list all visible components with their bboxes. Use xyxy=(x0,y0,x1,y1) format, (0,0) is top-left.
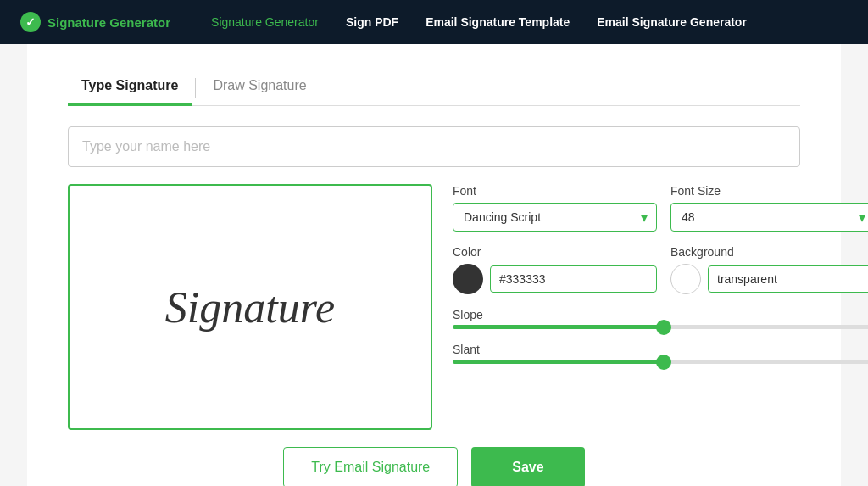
slope-group: Slope 0 xyxy=(453,308,868,329)
nav-link-sign-pdf[interactable]: Sign PDF xyxy=(346,15,398,29)
background-group: Background xyxy=(670,245,868,294)
background-text-input[interactable] xyxy=(708,265,868,293)
font-size-group: Font Size 24 32 40 48 56 64 ▾ xyxy=(670,184,868,232)
font-size-label: Font Size xyxy=(670,184,868,198)
color-input-row xyxy=(453,264,657,294)
color-text-input[interactable] xyxy=(490,265,657,293)
font-select[interactable]: Dancing Script Pacifico Great Vibes Sacr… xyxy=(453,204,656,231)
try-email-button[interactable]: Try Email Signature xyxy=(283,447,458,486)
buttons-row: Try Email Signature Save xyxy=(68,447,800,486)
font-group: Font Dancing Script Pacifico Great Vibes… xyxy=(453,184,657,232)
background-swatch[interactable] xyxy=(670,264,701,294)
slant-slider[interactable] xyxy=(453,360,868,364)
tab-draw-signature[interactable]: Draw Signature xyxy=(199,71,320,106)
controls-panel: Font Dancing Script Pacifico Great Vibes… xyxy=(453,184,868,430)
tab-type-signature[interactable]: Type Signature xyxy=(68,71,192,106)
color-swatch[interactable] xyxy=(453,264,483,294)
tab-bar: Type Signature Draw Signature xyxy=(68,71,800,106)
logo-icon: ✓ xyxy=(20,12,41,32)
content-area: Signature Font Dancing Script Pacifico G… xyxy=(68,184,800,430)
slope-slider[interactable] xyxy=(453,325,868,329)
navbar: ✓ Signature Generator Signature Generato… xyxy=(0,0,868,44)
font-select-wrapper: Dancing Script Pacifico Great Vibes Sacr… xyxy=(453,203,657,232)
logo-text: Signature Generator xyxy=(47,15,170,30)
save-button[interactable]: Save xyxy=(471,447,584,486)
nav-link-email-template[interactable]: Email Signature Template xyxy=(426,15,570,29)
font-size-select[interactable]: 24 32 40 48 56 64 xyxy=(671,204,868,231)
font-row: Font Dancing Script Pacifico Great Vibes… xyxy=(453,184,868,232)
color-label: Color xyxy=(453,245,657,259)
color-group: Color xyxy=(453,245,657,294)
background-input-row xyxy=(670,264,868,294)
main-content: Type Signature Draw Signature Signature … xyxy=(27,44,841,486)
nav-link-signature-generator[interactable]: Signature Generator xyxy=(211,15,319,29)
color-row: Color Background xyxy=(453,245,868,294)
signature-text: Signature xyxy=(165,282,335,332)
font-label: Font xyxy=(453,184,657,198)
name-input[interactable] xyxy=(68,126,800,167)
nav-link-email-generator[interactable]: Email Signature Generator xyxy=(597,15,747,29)
font-size-select-wrapper: 24 32 40 48 56 64 ▾ xyxy=(670,203,868,232)
tab-divider xyxy=(195,78,196,98)
slant-group: Slant 0 xyxy=(453,343,868,364)
signature-preview: Signature xyxy=(68,184,432,430)
logo[interactable]: ✓ Signature Generator xyxy=(20,12,170,32)
background-label: Background xyxy=(670,245,868,259)
